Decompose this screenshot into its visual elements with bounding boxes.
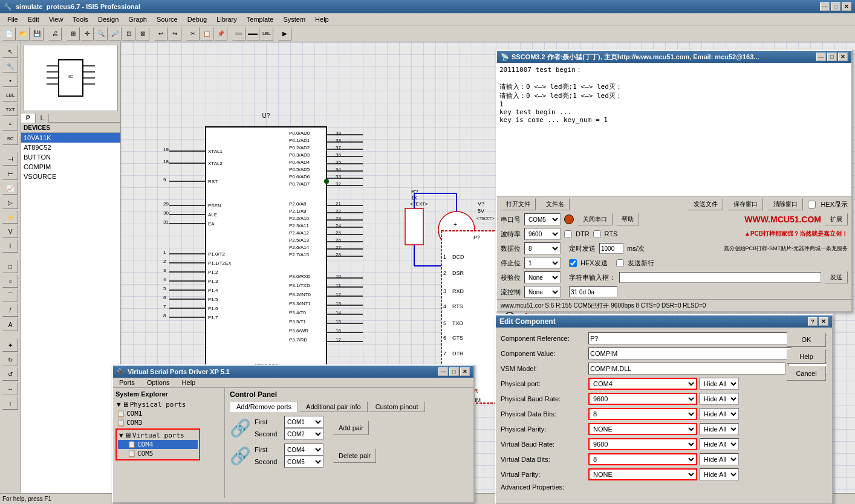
- close-btn[interactable]: ✕: [842, 2, 851, 11]
- toolbar-open[interactable]: 📂: [16, 27, 30, 40]
- tool-graph[interactable]: 📈: [2, 181, 18, 195]
- toolbar-zoom-fit[interactable]: ⊡: [122, 27, 135, 40]
- sscom-baud-select[interactable]: 9600 115200: [524, 228, 561, 240]
- tool-rotate-cw[interactable]: ↻: [2, 353, 18, 366]
- tool-flip-v[interactable]: ↕: [2, 396, 18, 410]
- vsp-virtual-ports-node[interactable]: ▼ 🖥 Virtual ports: [118, 431, 198, 440]
- toolbar-bus[interactable]: ▬▬: [246, 27, 259, 40]
- sscom-send-chars-btn[interactable]: 发送: [825, 271, 848, 283]
- edit-virtdata-hideall-select[interactable]: Hide All: [700, 453, 739, 465]
- sscom-save-window-btn[interactable]: 保存窗口: [728, 198, 763, 210]
- toolbar-paste[interactable]: 📌: [214, 27, 227, 40]
- edit-virtbaud-hideall-select[interactable]: Hide All: [700, 438, 739, 450]
- toolbar-new[interactable]: 📄: [2, 27, 16, 40]
- menu-tools[interactable]: Tools: [68, 15, 93, 24]
- sscom-parity-select[interactable]: None Odd Even: [524, 271, 561, 283]
- edit-vsm-input[interactable]: [588, 363, 785, 375]
- vsp-second-1-select[interactable]: COM2 COM1: [284, 428, 323, 440]
- toolbar-undo[interactable]: ↩: [154, 27, 167, 40]
- vsp-tab-add-remove[interactable]: Add/Remove ports: [230, 401, 298, 412]
- vsp-com4-item[interactable]: 📋 COM4: [118, 440, 198, 449]
- toolbar-redo[interactable]: ↪: [168, 27, 181, 40]
- toolbar-zoom-out[interactable]: 🔎: [108, 27, 122, 40]
- toolbar-zoom-in[interactable]: 🔍: [94, 27, 108, 40]
- tool-2d-box[interactable]: □: [2, 260, 18, 273]
- sscom-send-file-btn[interactable]: 发送文件: [688, 198, 723, 210]
- vsp-menu-options[interactable]: Options: [141, 378, 176, 387]
- vsp-com5-item[interactable]: 📋 COM5: [118, 449, 198, 458]
- vsp-minimize-btn[interactable]: —: [438, 367, 448, 376]
- maximize-btn[interactable]: □: [831, 2, 840, 11]
- vsp-maximize-btn[interactable]: □: [449, 367, 459, 376]
- vsp-physical-ports-node[interactable]: ▼ 🖥 Physical ports: [115, 400, 222, 409]
- vsp-com1-item[interactable]: 📋 COM1: [115, 409, 222, 418]
- tool-component[interactable]: 🔧: [2, 59, 18, 73]
- tool-2d-circle[interactable]: ○: [2, 274, 18, 288]
- vsp-tab-custom[interactable]: Custom pinout: [369, 401, 425, 412]
- edit-physdata-hideall-select[interactable]: Hide All: [700, 408, 739, 420]
- sscom-dtr-check[interactable]: [564, 230, 572, 238]
- tool-2d-text[interactable]: A: [2, 318, 18, 331]
- menu-help[interactable]: Help: [310, 15, 334, 24]
- toolbar-simulate[interactable]: ▶: [278, 27, 291, 40]
- edit-cancel-btn[interactable]: Cancel: [787, 366, 826, 381]
- edit-dialog-help-btn-title[interactable]: ?: [808, 317, 818, 326]
- toolbar-grid[interactable]: ⊞: [67, 27, 80, 40]
- menu-graph[interactable]: Graph: [123, 15, 152, 24]
- tool-select[interactable]: ↖: [2, 45, 18, 58]
- edit-physport-select[interactable]: COM4 COM1 COM2 COM3 COM5: [588, 378, 697, 390]
- tool-bus[interactable]: ≡: [2, 117, 18, 131]
- menu-library[interactable]: Library: [212, 15, 242, 24]
- menu-edit[interactable]: Edit: [23, 15, 44, 24]
- edit-virtbaud-select[interactable]: 9600 115200: [588, 438, 697, 450]
- tool-tape[interactable]: ▷: [2, 196, 18, 209]
- vsp-tab-additional[interactable]: Additional pair info: [299, 401, 368, 412]
- edit-virtparity-select[interactable]: NONE ODD EVEN: [588, 468, 697, 480]
- tool-generator[interactable]: ⚡: [2, 210, 18, 224]
- device-item-2[interactable]: BUTTON: [21, 152, 120, 162]
- sscom-char-input[interactable]: [619, 272, 821, 283]
- edit-virtdata-select[interactable]: 8 7: [588, 453, 697, 465]
- sscom-port-select[interactable]: COM5 COM1 COM3 COM4: [524, 213, 561, 225]
- sscom-clear-btn[interactable]: 清除窗口: [768, 198, 803, 210]
- tab-p[interactable]: P: [21, 114, 36, 123]
- toolbar-wire[interactable]: ══: [232, 27, 245, 40]
- edit-help-btn[interactable]: Help: [787, 349, 826, 364]
- sscom-help-btn[interactable]: 帮助: [616, 213, 639, 225]
- sscom-rts-check[interactable]: [593, 230, 601, 238]
- vsp-add-pair-btn[interactable]: Add pair: [333, 421, 369, 435]
- tool-voltage-probe[interactable]: V: [2, 225, 18, 238]
- vsp-first-2-select[interactable]: COM4 COM5: [284, 444, 323, 456]
- tool-device-pin[interactable]: ⊢: [2, 167, 18, 180]
- tool-current-probe[interactable]: I: [2, 239, 18, 253]
- toolbar-cut[interactable]: ✂: [186, 27, 200, 40]
- at89c52-chip[interactable]: U? 19 XTAL1 18 XTAL2 9 RST 29 PSEN 30: [157, 103, 417, 388]
- tool-2d-path[interactable]: /: [2, 303, 18, 317]
- tool-terminal[interactable]: ⊣: [2, 152, 18, 166]
- tool-flip-h[interactable]: ↔: [2, 382, 18, 395]
- sscom-filename-btn[interactable]: 文件名: [541, 198, 570, 210]
- menu-debug[interactable]: Debug: [183, 15, 212, 24]
- menu-template[interactable]: Template: [242, 15, 279, 24]
- sscom-databits-select[interactable]: 8 7: [524, 242, 561, 254]
- toolbar-cross[interactable]: ✛: [80, 27, 94, 40]
- vsp-second-2-select[interactable]: COM5 COM4: [284, 456, 323, 468]
- tab-l[interactable]: L: [36, 114, 50, 123]
- edit-ok-btn[interactable]: OK: [787, 332, 826, 347]
- edit-value-input[interactable]: [588, 347, 792, 360]
- tool-rotate-ccw[interactable]: ↺: [2, 367, 18, 381]
- sscom-close-btn[interactable]: ✕: [838, 53, 848, 61]
- menu-system[interactable]: System: [278, 15, 310, 24]
- tool-magic-wand[interactable]: ✦: [2, 338, 18, 352]
- device-item-4[interactable]: VSOURCE: [21, 172, 120, 181]
- sscom-maximize-btn[interactable]: □: [827, 53, 837, 61]
- edit-physdata-select[interactable]: 8 7: [588, 408, 697, 420]
- sscom-interval-input[interactable]: [599, 243, 623, 254]
- edit-physport-hideall-select[interactable]: Hide All: [700, 378, 739, 390]
- minimize-btn[interactable]: —: [820, 2, 830, 11]
- edit-physparity-hideall-select[interactable]: Hide All: [700, 423, 739, 435]
- menu-design[interactable]: Design: [93, 15, 123, 24]
- sscom-sendnewline-check[interactable]: [616, 259, 624, 267]
- sscom-open-file-btn[interactable]: 打开文件: [501, 198, 536, 210]
- sscom-send-value-input[interactable]: [569, 286, 617, 297]
